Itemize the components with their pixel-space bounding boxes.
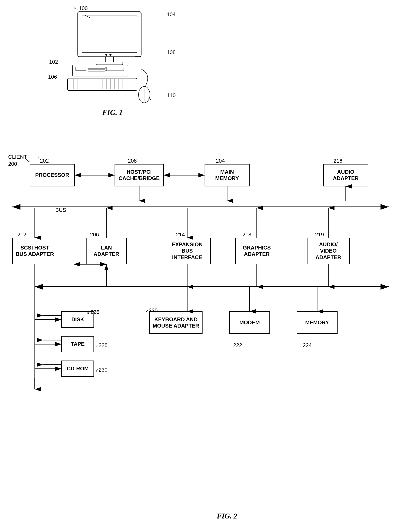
expansion-bus-block: EXPANSION BUS INTERFACE <box>164 238 211 264</box>
graphics-block: GRAPHICS ADAPTER <box>235 238 278 264</box>
bus-label: BUS <box>55 207 66 213</box>
fig2-arrows <box>6 143 411 524</box>
svg-rect-2 <box>105 57 114 62</box>
ref-204: 204 <box>216 158 225 164</box>
lan-block: LAN ADAPTER <box>86 238 127 264</box>
ref-200-arrow: ↘ <box>26 157 30 164</box>
ref-208: 208 <box>128 158 137 164</box>
main-memory-block: MAIN MEMORY <box>205 164 250 186</box>
computer-illustration <box>41 4 184 107</box>
ref-230: ↙230 <box>95 367 107 373</box>
ref-220: ↙220 <box>145 307 158 314</box>
keyboard-mouse-block: KEYBOARD AND MOUSE ADAPTER <box>149 311 203 334</box>
tape-block: TAPE <box>61 336 94 352</box>
svg-rect-7 <box>76 67 86 71</box>
ref-202: 202 <box>40 158 49 164</box>
client-label: CLIENT 200 <box>8 154 27 168</box>
ref-102: 102 <box>49 59 58 65</box>
ref-106: 106 <box>48 74 57 80</box>
ref-214: 214 <box>176 231 185 238</box>
fig1-area: 100 ↘ 104 108 102 106 110 FIG. 1 <box>41 4 184 119</box>
fig2-area: CLIENT 200 ↘ PROCESSOR 202 ↓ HOST/PCI CA… <box>6 143 411 524</box>
ref-212: 212 <box>17 231 26 238</box>
ref-104: 104 <box>167 11 176 18</box>
memory-block: MEMORY <box>297 311 338 334</box>
modem-block: MODEM <box>229 311 270 334</box>
ref-100: 100 <box>79 5 88 12</box>
audio-video-block: AUDIO/ VIDEO ADAPTER <box>307 238 350 264</box>
ref-218: 218 <box>242 231 251 238</box>
svg-rect-9 <box>88 70 105 71</box>
svg-point-4 <box>105 54 107 56</box>
ref-219: 219 <box>315 231 324 238</box>
ref-216: 216 <box>333 158 342 164</box>
svg-rect-3 <box>96 62 123 65</box>
svg-rect-8 <box>88 67 105 69</box>
fig2-label: FIG. 2 <box>217 512 237 520</box>
svg-rect-1 <box>82 16 137 53</box>
ref-226: ↙226 <box>87 309 99 315</box>
fig1-label: FIG. 1 <box>102 108 123 117</box>
processor-block: PROCESSOR <box>30 164 75 186</box>
audio-adapter-block: AUDIO ADAPTER <box>323 164 368 186</box>
ref-222: 222 <box>233 342 242 348</box>
ref-108: 108 <box>167 49 176 56</box>
scsi-block: SCSI HOST BUS ADAPTER <box>12 238 57 264</box>
ref-206: 206 <box>90 231 99 238</box>
svg-rect-10 <box>106 67 124 71</box>
svg-point-5 <box>109 54 111 56</box>
cdrom-block: CD-ROM <box>61 361 94 377</box>
ref-100-arrow: ↘ <box>73 5 76 10</box>
ref-228: ↙228 <box>95 342 107 348</box>
ref-224: 224 <box>303 342 312 348</box>
host-pci-block: HOST/PCI CACHE/BRIDGE <box>115 164 164 186</box>
ref-110: 110 <box>167 92 176 98</box>
